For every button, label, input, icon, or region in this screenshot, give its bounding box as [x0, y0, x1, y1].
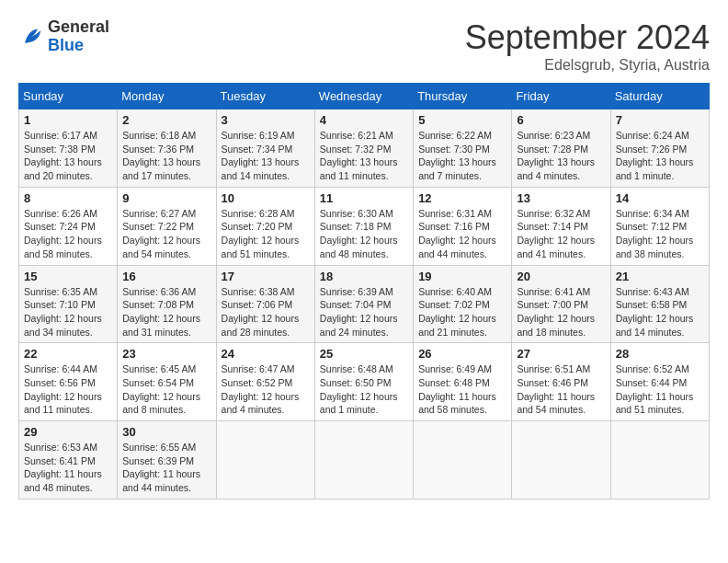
day-number: 18 [320, 270, 408, 283]
cell-content: Sunrise: 6:53 AM Sunset: 6:41 PM Dayligh… [24, 441, 112, 495]
day-number: 6 [517, 113, 605, 127]
location: Edelsgrub, Styria, Austria [465, 57, 710, 74]
calendar-cell: 17 Sunrise: 6:38 AM Sunset: 7:06 PM Dayl… [216, 265, 314, 343]
cell-content: Sunrise: 6:47 AM Sunset: 6:52 PM Dayligh… [222, 362, 310, 417]
cell-content: Sunrise: 6:39 AM Sunset: 7:04 PM Dayligh… [320, 285, 408, 339]
calendar-cell: 3 Sunrise: 6:19 AM Sunset: 7:34 PM Dayli… [216, 109, 314, 188]
calendar-cell [610, 421, 709, 500]
cell-content: Sunrise: 6:22 AM Sunset: 7:30 PM Dayligh… [418, 129, 506, 183]
calendar-cell: 4 Sunrise: 6:21 AM Sunset: 7:32 PM Dayli… [314, 109, 413, 188]
calendar-row: 1 Sunrise: 6:17 AM Sunset: 7:38 PM Dayli… [19, 109, 710, 188]
day-number: 5 [418, 113, 506, 127]
calendar-cell: 23 Sunrise: 6:45 AM Sunset: 6:54 PM Dayl… [118, 343, 216, 421]
day-number: 25 [320, 347, 408, 361]
calendar-cell: 5 Sunrise: 6:22 AM Sunset: 7:30 PM Dayli… [414, 109, 512, 188]
logo: General Blue [18, 18, 109, 55]
calendar-cell: 19 Sunrise: 6:40 AM Sunset: 7:02 PM Dayl… [414, 265, 512, 343]
calendar-cell [216, 421, 314, 500]
calendar-cell: 26 Sunrise: 6:49 AM Sunset: 6:48 PM Dayl… [414, 343, 512, 421]
calendar-cell: 8 Sunrise: 6:26 AM Sunset: 7:24 PM Dayli… [19, 187, 118, 265]
calendar-cell: 28 Sunrise: 6:52 AM Sunset: 6:44 PM Dayl… [610, 343, 709, 421]
header: General Blue September 2024 Edelsgrub, S… [18, 18, 710, 74]
title-block: September 2024 Edelsgrub, Styria, Austri… [465, 18, 710, 74]
day-number: 4 [320, 113, 408, 127]
cell-content: Sunrise: 6:45 AM Sunset: 6:54 PM Dayligh… [122, 362, 210, 417]
calendar-cell: 6 Sunrise: 6:23 AM Sunset: 7:28 PM Dayli… [512, 109, 610, 188]
calendar-cell: 9 Sunrise: 6:27 AM Sunset: 7:22 PM Dayli… [118, 187, 216, 265]
col-header-saturday: Saturday [610, 84, 709, 109]
day-number: 20 [517, 270, 605, 283]
day-number: 21 [616, 270, 704, 283]
cell-content: Sunrise: 6:17 AM Sunset: 7:38 PM Dayligh… [24, 129, 112, 183]
calendar-cell: 13 Sunrise: 6:32 AM Sunset: 7:14 PM Dayl… [512, 187, 610, 265]
day-number: 7 [616, 113, 704, 127]
calendar-cell [512, 421, 610, 500]
cell-content: Sunrise: 6:44 AM Sunset: 6:56 PM Dayligh… [24, 362, 112, 417]
day-number: 26 [418, 347, 506, 361]
cell-content: Sunrise: 6:38 AM Sunset: 7:06 PM Dayligh… [222, 285, 310, 339]
calendar-row: 29 Sunrise: 6:53 AM Sunset: 6:41 PM Dayl… [19, 421, 710, 500]
calendar-cell [314, 421, 413, 500]
day-number: 14 [616, 191, 704, 205]
calendar-row: 15 Sunrise: 6:35 AM Sunset: 7:10 PM Dayl… [19, 265, 710, 343]
month-title: September 2024 [465, 18, 710, 57]
logo-text: General Blue [48, 18, 109, 55]
cell-content: Sunrise: 6:52 AM Sunset: 6:44 PM Dayligh… [616, 362, 704, 417]
calendar-cell: 22 Sunrise: 6:44 AM Sunset: 6:56 PM Dayl… [19, 343, 118, 421]
col-header-sunday: Sunday [19, 84, 118, 109]
cell-content: Sunrise: 6:36 AM Sunset: 7:08 PM Dayligh… [122, 285, 210, 339]
calendar-table: SundayMondayTuesdayWednesdayThursdayFrid… [18, 83, 710, 500]
day-number: 19 [418, 270, 506, 283]
calendar-row: 8 Sunrise: 6:26 AM Sunset: 7:24 PM Dayli… [19, 187, 710, 265]
calendar-cell: 27 Sunrise: 6:51 AM Sunset: 6:46 PM Dayl… [512, 343, 610, 421]
col-header-thursday: Thursday [414, 84, 512, 109]
cell-content: Sunrise: 6:49 AM Sunset: 6:48 PM Dayligh… [418, 362, 506, 417]
day-number: 22 [24, 347, 112, 361]
day-number: 1 [24, 113, 112, 127]
calendar-cell: 14 Sunrise: 6:34 AM Sunset: 7:12 PM Dayl… [610, 187, 709, 265]
day-number: 24 [222, 347, 310, 361]
col-header-tuesday: Tuesday [216, 84, 314, 109]
cell-content: Sunrise: 6:51 AM Sunset: 6:46 PM Dayligh… [517, 362, 605, 417]
col-header-wednesday: Wednesday [314, 84, 413, 109]
cell-content: Sunrise: 6:35 AM Sunset: 7:10 PM Dayligh… [24, 285, 112, 339]
calendar-cell: 1 Sunrise: 6:17 AM Sunset: 7:38 PM Dayli… [19, 109, 118, 188]
calendar-row: 22 Sunrise: 6:44 AM Sunset: 6:56 PM Dayl… [19, 343, 710, 421]
calendar-header-row: SundayMondayTuesdayWednesdayThursdayFrid… [19, 84, 710, 109]
day-number: 12 [418, 191, 506, 205]
calendar-cell: 16 Sunrise: 6:36 AM Sunset: 7:08 PM Dayl… [118, 265, 216, 343]
cell-content: Sunrise: 6:41 AM Sunset: 7:00 PM Dayligh… [517, 285, 605, 339]
day-number: 27 [517, 347, 605, 361]
calendar-cell: 20 Sunrise: 6:41 AM Sunset: 7:00 PM Dayl… [512, 265, 610, 343]
cell-content: Sunrise: 6:31 AM Sunset: 7:16 PM Dayligh… [418, 207, 506, 261]
calendar-cell: 2 Sunrise: 6:18 AM Sunset: 7:36 PM Dayli… [118, 109, 216, 188]
calendar-cell: 18 Sunrise: 6:39 AM Sunset: 7:04 PM Dayl… [314, 265, 413, 343]
cell-content: Sunrise: 6:24 AM Sunset: 7:26 PM Dayligh… [616, 129, 704, 183]
calendar-cell: 12 Sunrise: 6:31 AM Sunset: 7:16 PM Dayl… [414, 187, 512, 265]
cell-content: Sunrise: 6:43 AM Sunset: 6:58 PM Dayligh… [616, 285, 704, 339]
calendar-cell: 29 Sunrise: 6:53 AM Sunset: 6:41 PM Dayl… [19, 421, 118, 500]
col-header-friday: Friday [512, 84, 610, 109]
day-number: 2 [122, 113, 210, 127]
day-number: 11 [320, 191, 408, 205]
cell-content: Sunrise: 6:40 AM Sunset: 7:02 PM Dayligh… [418, 285, 506, 339]
day-number: 3 [222, 113, 310, 127]
calendar-cell [414, 421, 512, 500]
cell-content: Sunrise: 6:34 AM Sunset: 7:12 PM Dayligh… [616, 207, 704, 261]
cell-content: Sunrise: 6:27 AM Sunset: 7:22 PM Dayligh… [122, 207, 210, 261]
day-number: 9 [122, 191, 210, 205]
calendar-cell: 21 Sunrise: 6:43 AM Sunset: 6:58 PM Dayl… [610, 265, 709, 343]
day-number: 16 [122, 270, 210, 283]
day-number: 28 [616, 347, 704, 361]
day-number: 29 [24, 425, 112, 439]
day-number: 30 [122, 425, 210, 439]
day-number: 23 [122, 347, 210, 361]
logo-bird-icon [18, 24, 44, 50]
day-number: 8 [24, 191, 112, 205]
day-number: 13 [517, 191, 605, 205]
logo-general: General [48, 17, 109, 36]
calendar-cell: 25 Sunrise: 6:48 AM Sunset: 6:50 PM Dayl… [314, 343, 413, 421]
cell-content: Sunrise: 6:48 AM Sunset: 6:50 PM Dayligh… [320, 362, 408, 417]
cell-content: Sunrise: 6:28 AM Sunset: 7:20 PM Dayligh… [222, 207, 310, 261]
day-number: 10 [222, 191, 310, 205]
